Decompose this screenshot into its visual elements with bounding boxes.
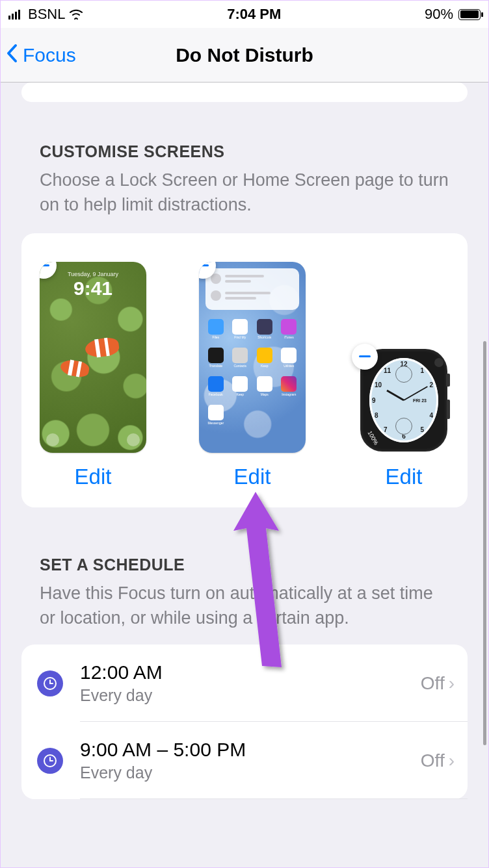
chevron-left-icon bbox=[6, 42, 19, 69]
svg-rect-2 bbox=[15, 12, 17, 19]
schedule-state: Off bbox=[421, 673, 445, 694]
home-screen-thumbnail[interactable]: Files Find My Shortcuts iTunes Translate… bbox=[199, 262, 306, 453]
watch-battery: 100% bbox=[366, 429, 379, 446]
schedule-card: 12:00 AM Every day Off › 9:00 AM – 5:00 … bbox=[21, 645, 468, 799]
edit-home-screen-button[interactable]: Edit bbox=[234, 465, 271, 489]
battery-percent: 90% bbox=[425, 6, 453, 23]
wifi-icon bbox=[69, 9, 83, 19]
schedule-time: 12:00 AM bbox=[80, 661, 421, 683]
chevron-right-icon: › bbox=[449, 673, 455, 694]
edit-watch-button[interactable]: Edit bbox=[386, 465, 423, 489]
customise-section-header: CUSTOMISE SCREENS Choose a Lock Screen o… bbox=[1, 102, 488, 218]
customise-screens-card: Tuesday, 9 January 9:41 Edit Files Find … bbox=[21, 233, 468, 507]
back-label: Focus bbox=[23, 44, 76, 66]
remove-watch-button[interactable] bbox=[352, 344, 378, 370]
back-button[interactable]: Focus bbox=[1, 42, 76, 69]
watch-screen-column: 12 1 2 4 5 6 7 8 9 10 11 FRI 23 bbox=[358, 348, 449, 489]
lock-screen-thumbnail[interactable]: Tuesday, 9 January 9:41 bbox=[40, 262, 146, 453]
lock-screen-column: Tuesday, 9 January 9:41 Edit bbox=[40, 262, 146, 489]
schedule-section-header: SET A SCHEDULE Have this Focus turn on a… bbox=[1, 507, 488, 631]
home-screen-column: Files Find My Shortcuts iTunes Translate… bbox=[199, 262, 306, 489]
nav-header: Focus Do Not Disturb bbox=[1, 28, 488, 83]
lock-screen-date: Tuesday, 9 January bbox=[40, 271, 146, 277]
content-area[interactable]: CUSTOMISE SCREENS Choose a Lock Screen o… bbox=[1, 83, 488, 868]
svg-rect-0 bbox=[8, 16, 10, 19]
schedule-time: 9:00 AM – 5:00 PM bbox=[80, 739, 421, 761]
customise-title: CUSTOMISE SCREENS bbox=[40, 142, 449, 161]
clock-icon bbox=[37, 748, 63, 774]
battery-icon bbox=[456, 9, 481, 20]
watch-date: FRI 23 bbox=[413, 398, 427, 402]
schedule-row[interactable]: 12:00 AM Every day Off › bbox=[21, 645, 468, 722]
scrollbar[interactable] bbox=[483, 341, 486, 745]
minus-icon bbox=[359, 355, 371, 358]
svg-rect-1 bbox=[12, 14, 14, 19]
chevron-right-icon: › bbox=[449, 750, 455, 771]
signal-icon bbox=[8, 9, 24, 19]
schedule-repeat: Every day bbox=[80, 686, 421, 705]
svg-rect-3 bbox=[18, 10, 20, 19]
minus-icon bbox=[40, 264, 49, 267]
schedule-title: SET A SCHEDULE bbox=[40, 555, 449, 574]
edit-lock-screen-button[interactable]: Edit bbox=[75, 465, 112, 489]
schedule-repeat: Every day bbox=[80, 763, 421, 782]
status-bar: BSNL 7:04 PM 90% bbox=[1, 1, 488, 28]
previous-card-edge bbox=[21, 83, 468, 102]
minus-icon bbox=[199, 264, 209, 267]
status-time: 7:04 PM bbox=[227, 6, 281, 23]
schedule-state: Off bbox=[421, 750, 445, 771]
clock-icon bbox=[37, 670, 63, 696]
lock-screen-time: 9:41 bbox=[40, 277, 146, 300]
schedule-row[interactable]: 9:00 AM – 5:00 PM Every day Off › bbox=[21, 722, 468, 799]
customise-description: Choose a Lock Screen or Home Screen page… bbox=[40, 168, 449, 218]
carrier-label: BSNL bbox=[28, 6, 65, 23]
schedule-description: Have this Focus turn on automatically at… bbox=[40, 581, 449, 631]
